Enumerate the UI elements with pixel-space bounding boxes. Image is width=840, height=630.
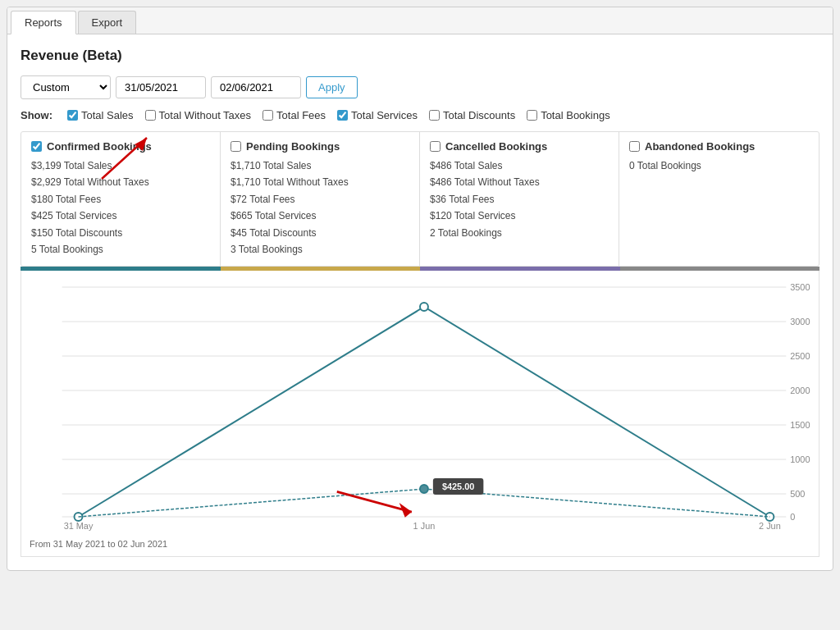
abandoned-bookings-stats: 0 Total Bookings [629,158,809,174]
chart-svg: 3500 3000 2500 2000 1500 1000 500 0 [30,279,810,533]
svg-text:2500: 2500 [790,351,810,361]
svg-text:1 Jun: 1 Jun [413,521,436,531]
svg-text:2 Jun: 2 Jun [759,521,781,531]
date-from-input[interactable] [116,76,206,98]
svg-text:0: 0 [790,512,795,522]
confirmed-bookings-card: Confirmed Bookings $3,199 Total Sales $2… [21,132,221,266]
cancelled-bookings-header: Cancelled Bookings [430,140,609,153]
show-label: Show: [21,109,52,121]
svg-text:500: 500 [790,489,805,499]
svg-text:2000: 2000 [790,386,810,395]
show-total-bookings[interactable]: Total Bookings [527,109,610,121]
confirmed-bookings-header: Confirmed Bookings [31,140,210,153]
show-bar: Show: Total Sales Total Without Taxes To… [21,109,819,121]
tabs-bar: Reports Export [7,7,833,34]
pending-bookings-card: Pending Bookings $1,710 Total Sales $1,7… [221,132,420,266]
svg-text:3000: 3000 [790,317,810,326]
svg-text:$425.00: $425.00 [442,482,474,491]
abandoned-bookings-header: Abandoned Bookings [629,140,809,153]
cancelled-bookings-checkbox[interactable] [430,141,441,152]
apply-button[interactable]: Apply [306,76,358,98]
svg-point-19 [420,485,428,493]
svg-text:31 May: 31 May [64,521,94,531]
show-total-discounts[interactable]: Total Discounts [429,109,515,121]
show-total-without-taxes[interactable]: Total Without Taxes [145,109,251,121]
filter-bar: Custom Today Yesterday This Week Last We… [21,75,819,99]
show-total-sales[interactable]: Total Sales [67,109,134,121]
show-total-services[interactable]: Total Services [337,109,418,121]
chart-footer: From 31 May 2021 to 02 Jun 2021 [30,536,810,552]
abandoned-bookings-checkbox[interactable] [629,141,640,152]
svg-text:1000: 1000 [790,454,810,464]
svg-point-17 [420,303,428,311]
date-to-input[interactable] [211,76,301,98]
page-title: Revenue (Beta) [21,48,819,64]
booking-cards: Confirmed Bookings $3,199 Total Sales $2… [21,131,819,267]
content-area: Revenue (Beta) Custom Today Yesterday Th… [7,34,833,570]
svg-text:3500: 3500 [790,282,810,292]
pending-bookings-checkbox[interactable] [231,141,241,152]
pending-bookings-stats: $1,710 Total Sales $1,710 Total Without … [231,158,409,258]
pending-bookings-header: Pending Bookings [231,140,409,153]
cancelled-bookings-stats: $486 Total Sales $486 Total Without Taxe… [430,158,609,241]
tab-export[interactable]: Export [78,11,137,34]
date-range-select[interactable]: Custom Today Yesterday This Week Last We… [21,75,111,99]
tab-reports[interactable]: Reports [11,11,76,34]
confirmed-bookings-stats: $3,199 Total Sales $2,929 Total Without … [31,158,210,258]
abandoned-bookings-card: Abandoned Bookings 0 Total Bookings [619,132,819,266]
svg-text:1500: 1500 [790,420,810,430]
show-total-fees[interactable]: Total Fees [262,109,326,121]
chart-container: 3500 3000 2500 2000 1500 1000 500 0 [21,271,819,557]
confirmed-bookings-checkbox[interactable] [31,141,42,152]
cancelled-bookings-card: Cancelled Bookings $486 Total Sales $486… [420,132,619,266]
